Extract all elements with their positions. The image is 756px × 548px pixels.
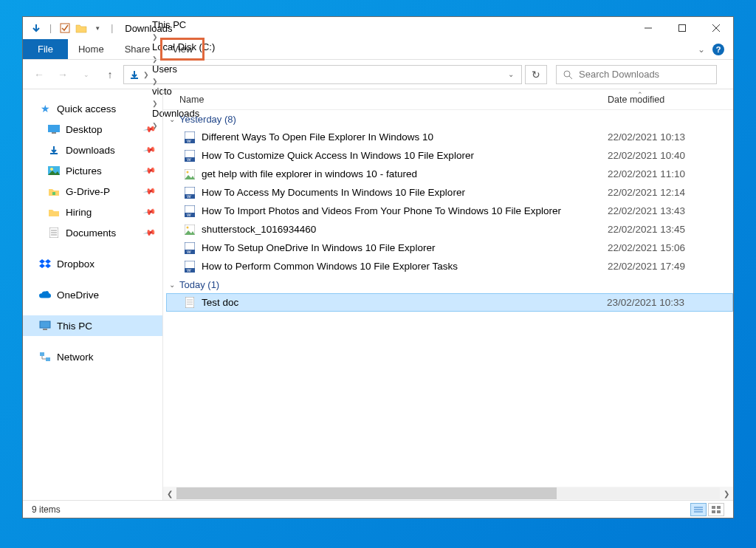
svg-rect-51	[712, 506, 715, 509]
file-name: How To Setup OneDrive In Windows 10 File…	[202, 242, 608, 253]
sidebar-item[interactable]: Desktop📌	[23, 119, 162, 140]
file-date: 22/02/2021 10:13	[608, 131, 733, 143]
horizontal-scrollbar[interactable]: ❮ ❯	[163, 487, 733, 500]
sidebar-item[interactable]: Documents📌	[23, 222, 162, 243]
help-icon[interactable]: ?	[712, 44, 724, 55]
sidebar-onedrive[interactable]: OneDrive	[23, 284, 162, 305]
svg-text:W: W	[187, 213, 191, 217]
breadcrumb-segment[interactable]: This PC	[152, 19, 215, 30]
column-name[interactable]: Name	[179, 95, 608, 105]
file-row[interactable]: shutterstock_101693446022/02/2021 13:45	[166, 220, 733, 239]
dropdown-icon[interactable]: ▼	[92, 22, 103, 34]
svg-rect-2	[679, 25, 686, 32]
view-switcher	[690, 503, 724, 516]
thumbnails-view-button[interactable]	[708, 503, 724, 516]
sidebar-dropbox[interactable]: Dropbox	[23, 253, 162, 274]
address-dropdown-icon[interactable]: ⌄	[505, 70, 517, 78]
sidebar-item-label: Quick access	[57, 103, 116, 114]
sidebar-item[interactable]: Downloads📌	[23, 140, 162, 160]
sidebar-item[interactable]: Pictures📌	[23, 160, 162, 181]
svg-rect-21	[46, 357, 50, 361]
file-date: 22/02/2021 11:10	[608, 168, 733, 179]
scroll-right-icon[interactable]: ❯	[720, 490, 733, 498]
folder-icon	[48, 123, 60, 135]
file-name: How to Perform Common Windows 10 File Ex…	[202, 261, 608, 272]
tab-file[interactable]: File	[23, 39, 68, 59]
nav-back-button[interactable]: ←	[29, 64, 49, 85]
properties-icon[interactable]	[59, 22, 71, 34]
refresh-button[interactable]: ↻	[525, 65, 547, 84]
file-name: Test doc	[202, 297, 607, 308]
folder-icon	[48, 227, 60, 239]
status-bar: 9 items	[23, 500, 733, 518]
address-bar[interactable]: ❯ This PC❯Local Disk (C:)❯Users❯victo❯Do…	[123, 65, 522, 84]
onedrive-icon	[39, 289, 51, 301]
close-button[interactable]	[699, 17, 733, 39]
scroll-left-icon[interactable]: ❮	[163, 490, 176, 498]
file-row[interactable]: get help with file explorer in windows 1…	[166, 165, 733, 183]
svg-text:W: W	[187, 250, 191, 254]
pin-icon: 📌	[143, 123, 157, 137]
sidebar-network[interactable]: Network	[23, 346, 162, 367]
breadcrumb-segment[interactable]: Users	[152, 64, 215, 75]
column-date-modified[interactable]: ⌃ Date modified	[608, 95, 733, 105]
scroll-thumb[interactable]	[176, 487, 557, 499]
chevron-right-icon[interactable]: ❯	[152, 78, 158, 85]
file-date: 23/02/2021 10:33	[607, 297, 732, 308]
file-row[interactable]: WHow To Access My Documents In Windows 1…	[166, 183, 733, 202]
pc-icon	[39, 320, 51, 332]
tab-home[interactable]: Home	[68, 39, 114, 59]
star-icon: ★	[39, 103, 51, 114]
sidebar-item-label: This PC	[57, 321, 92, 332]
dropbox-icon	[39, 258, 51, 270]
search-box[interactable]: Search Downloads	[556, 65, 717, 84]
file-row[interactable]: WHow To Setup OneDrive In Windows 10 Fil…	[166, 239, 733, 257]
folder-icon[interactable]	[75, 22, 87, 34]
svg-point-37	[187, 226, 189, 228]
chevron-down-icon: ⌄	[169, 281, 175, 289]
file-name: How To Import Photos and Videos From You…	[202, 205, 608, 216]
group-header[interactable]: ⌄Today (1)	[166, 275, 733, 293]
sidebar-this-pc[interactable]: This PC	[23, 315, 162, 336]
chevron-down-icon: ⌄	[169, 115, 175, 123]
folder-icon	[48, 165, 60, 177]
svg-line-7	[569, 76, 572, 79]
expand-ribbon-icon[interactable]: ⌄	[698, 44, 705, 55]
nav-recent-dropdown[interactable]: ⌄	[76, 64, 97, 85]
window-controls	[631, 17, 733, 39]
network-icon	[39, 351, 51, 363]
sidebar-item[interactable]: G-Drive-P📌	[23, 181, 162, 202]
file-name: shutterstock_1016934460	[202, 224, 608, 235]
file-type-icon	[184, 224, 196, 236]
tab-share[interactable]: Share	[114, 39, 161, 59]
sidebar-item-label: G-Drive-P	[66, 186, 110, 197]
pin-icon: 📌	[143, 185, 157, 199]
tab-view[interactable]: View	[160, 38, 205, 61]
maximize-button[interactable]	[665, 17, 699, 39]
sidebar-item[interactable]: Hiring📌	[23, 202, 162, 222]
file-row[interactable]: WHow to Perform Common Windows 10 File E…	[166, 257, 733, 275]
file-type-icon: W	[184, 242, 196, 254]
sidebar-item-label: OneDrive	[57, 290, 99, 301]
details-view-button[interactable]	[690, 503, 707, 516]
nav-forward-button[interactable]: →	[52, 64, 73, 85]
file-type-icon	[184, 297, 196, 309]
file-name: How To Access My Documents In Windows 10…	[202, 187, 608, 198]
svg-text:W: W	[187, 139, 191, 143]
file-row[interactable]: WHow To Customize Quick Access In Window…	[166, 146, 733, 165]
down-arrow-icon[interactable]	[30, 22, 42, 34]
group-header[interactable]: ⌄Yesterday (8)	[166, 110, 733, 128]
scroll-track[interactable]	[176, 487, 720, 499]
item-count: 9 items	[32, 504, 61, 515]
nav-up-button[interactable]: ↑	[100, 64, 120, 85]
file-name: Different Ways To Open File Explorer In …	[202, 131, 608, 143]
sidebar-item-label: Downloads	[66, 145, 115, 156]
file-date: 22/02/2021 17:49	[608, 261, 733, 272]
chevron-right-icon[interactable]: ❯	[143, 71, 149, 78]
file-row[interactable]: Test doc23/02/2021 10:33	[166, 293, 733, 312]
file-row[interactable]: WHow To Import Photos and Videos From Yo…	[166, 202, 733, 220]
minimize-button[interactable]	[631, 17, 665, 39]
file-row[interactable]: WDifferent Ways To Open File Explorer In…	[166, 128, 733, 146]
sidebar-quick-access[interactable]: ★ Quick access	[23, 98, 162, 119]
sidebar-item-label: Dropbox	[57, 258, 94, 270]
